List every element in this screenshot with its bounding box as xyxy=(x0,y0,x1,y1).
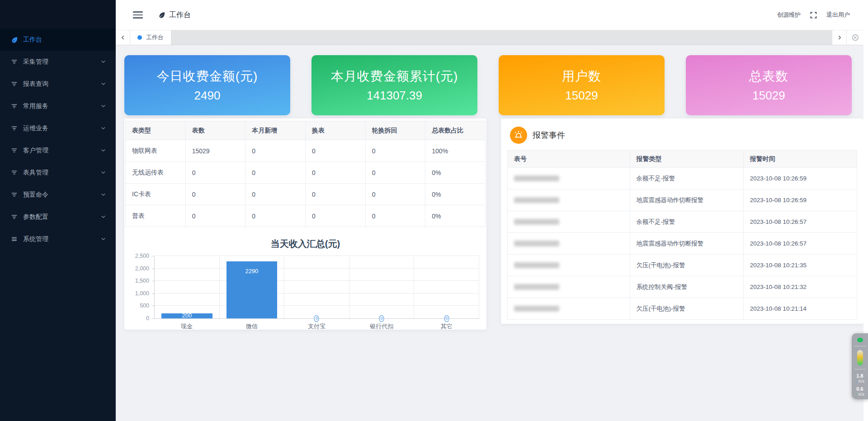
meter-col-header: 轮换拆回 xyxy=(365,121,425,140)
table-cell: 普表 xyxy=(126,205,186,227)
sidebar-item-3[interactable]: 常用服务 xyxy=(0,95,116,117)
sidebar-item-label: 系统管理 xyxy=(23,235,48,243)
sidebar-item-label: 客户管理 xyxy=(23,147,48,155)
table-row: 无线远传表00000% xyxy=(126,162,486,184)
download-speed-unit: K/s xyxy=(859,392,864,397)
zero-value-marker: 0 xyxy=(314,315,319,322)
alarm-table-row: 系统控制关阀-报警2023-10-08 10:21:32 xyxy=(508,276,857,298)
sidebar-item-0[interactable]: 工作台 xyxy=(0,28,116,51)
meter-number-cell xyxy=(508,168,630,189)
alarm-table-row: 余额不足-报警2023-10-08 10:26:57 xyxy=(508,211,857,233)
hamburger-menu-icon[interactable] xyxy=(133,11,143,19)
status-dot-icon xyxy=(857,338,863,342)
chart-x-axis-labels: 现金微信支付宝银行代扣其它 xyxy=(154,322,479,330)
sidebar-item-label: 常用服务 xyxy=(23,102,48,110)
tabs-scroll-right-icon[interactable] xyxy=(832,30,846,45)
table-cell: 0 xyxy=(185,205,245,227)
table-cell: 0 xyxy=(245,184,306,205)
chevron-down-icon xyxy=(100,236,107,242)
table-cell: 0 xyxy=(365,205,425,227)
alarm-events-panel: 报警事件 表号报警类型报警时间 余额不足-报警2023-10-08 10:26:… xyxy=(501,118,863,324)
download-arrow-icon: ↓ xyxy=(855,392,858,397)
alarm-time-cell: 2023-10-08 10:26:57 xyxy=(743,211,857,233)
zero-value-marker: 0 xyxy=(379,315,384,322)
tabs-scroll-left-icon[interactable] xyxy=(116,30,130,45)
chart-category-slot: 0 xyxy=(284,256,349,318)
x-axis-category-label: 微信 xyxy=(219,322,284,330)
sidebar-item-1[interactable]: 采集管理 xyxy=(0,51,116,73)
bar-value-label: 2290 xyxy=(220,268,284,274)
alarm-bell-icon xyxy=(510,127,527,144)
filter-icon xyxy=(11,58,18,66)
tab-workbench[interactable]: 工作台 xyxy=(130,30,171,45)
main-area: 工作台 创源维护 退出用户 工作台 今日收费金额(元)2490本月收费金额累计(… xyxy=(116,0,863,421)
upload-arrow-icon: ↑ xyxy=(855,379,858,383)
sidebar-item-8[interactable]: 参数配置 xyxy=(0,206,116,228)
alarm-type-cell: 系统控制关阀-报警 xyxy=(630,276,743,298)
meter-number-cell xyxy=(508,298,630,320)
chevron-down-icon xyxy=(100,147,107,154)
sidebar-item-label: 报表查询 xyxy=(23,80,48,88)
logout-button[interactable]: 退出用户 xyxy=(826,11,850,19)
close-tabs-icon[interactable] xyxy=(846,30,863,45)
alarm-col-header: 报警时间 xyxy=(743,151,857,168)
sidebar-item-5[interactable]: 客户管理 xyxy=(0,139,116,161)
sidebar-item-6[interactable]: 表具管理 xyxy=(0,161,116,184)
stat-card-title: 用户数 xyxy=(562,68,601,85)
meter-number-cell xyxy=(508,255,630,276)
table-cell: 0 xyxy=(245,162,306,184)
meter-type-table: 表类型表数本月新增换表轮换拆回总表数占比 物联网表15029000100%无线远… xyxy=(125,121,486,227)
chevron-down-icon xyxy=(100,125,107,132)
alarm-type-cell: 欠压(干电池)-报警 xyxy=(630,255,743,276)
y-axis-tick-label: 0 xyxy=(146,315,149,322)
stat-card-value: 15029 xyxy=(565,89,598,103)
chevron-down-icon xyxy=(100,170,107,176)
network-speed-widget[interactable]: 1.8 ↑ K/s 0.6 ↓ K/s xyxy=(852,333,868,399)
sidebar-logo-area xyxy=(0,0,116,28)
active-tab-dot xyxy=(137,35,142,40)
meter-col-header: 表数 xyxy=(185,121,245,140)
filter-icon xyxy=(11,191,18,199)
traffic-gauge-icon xyxy=(857,350,863,365)
chart-category-slot: 2290 xyxy=(220,256,285,318)
stat-card-value: 141307.39 xyxy=(367,89,422,103)
chevron-down-icon xyxy=(100,214,107,220)
table-cell: 0 xyxy=(305,162,365,184)
y-axis-tick-label: 1,500 xyxy=(135,278,149,284)
stat-card-title: 总表数 xyxy=(749,68,788,85)
bar-value-label: 200 xyxy=(155,312,219,318)
table-cell: 0% xyxy=(425,162,486,184)
chevron-down-icon xyxy=(100,103,107,109)
sidebar-item-9[interactable]: 系统管理 xyxy=(0,228,116,250)
meter-col-header: 本月新增 xyxy=(245,121,306,140)
page-title: 工作台 xyxy=(158,10,191,20)
zero-value-marker: 0 xyxy=(444,315,449,322)
table-cell: 0 xyxy=(305,184,365,205)
alarm-table-row: 地震震感器动作切断报警2023-10-08 10:26:57 xyxy=(508,233,857,255)
meter-number-redacted xyxy=(514,241,559,246)
table-cell: 0 xyxy=(185,184,245,205)
x-axis-category-label: 现金 xyxy=(154,322,219,330)
alarm-table-row: 欠压(干电池)-报警2023-10-08 10:21:35 xyxy=(508,255,857,276)
header-right: 创源维护 退出用户 xyxy=(777,11,850,19)
fullscreen-icon[interactable] xyxy=(810,11,817,19)
meter-number-cell xyxy=(508,276,630,298)
table-cell: 0% xyxy=(425,205,486,227)
y-axis-tick-label: 500 xyxy=(140,303,149,309)
leaf-icon xyxy=(158,11,165,19)
meter-table-body: 物联网表15029000100%无线远传表00000%IC卡表00000%普表0… xyxy=(126,140,486,227)
stat-card-0: 今日收费金额(元)2490 xyxy=(124,55,290,115)
sidebar-item-4[interactable]: 运维业务 xyxy=(0,117,116,139)
table-row: 普表00000% xyxy=(126,205,486,227)
meter-number-redacted xyxy=(514,262,559,268)
stat-cards-row: 今日收费金额(元)2490本月收费金额累计(元)141307.39用户数1502… xyxy=(124,55,863,115)
table-cell: 0 xyxy=(185,162,245,184)
sidebar-item-7[interactable]: 预置命令 xyxy=(0,184,116,206)
stat-card-value: 2490 xyxy=(194,89,221,103)
maintainer-link[interactable]: 创源维护 xyxy=(777,11,801,19)
meter-number-redacted xyxy=(514,197,559,203)
table-cell: 0 xyxy=(305,140,365,162)
alarm-col-header: 表号 xyxy=(508,151,630,168)
alarm-type-cell: 地震震感器动作切断报警 xyxy=(630,233,743,255)
sidebar-item-2[interactable]: 报表查询 xyxy=(0,73,116,95)
